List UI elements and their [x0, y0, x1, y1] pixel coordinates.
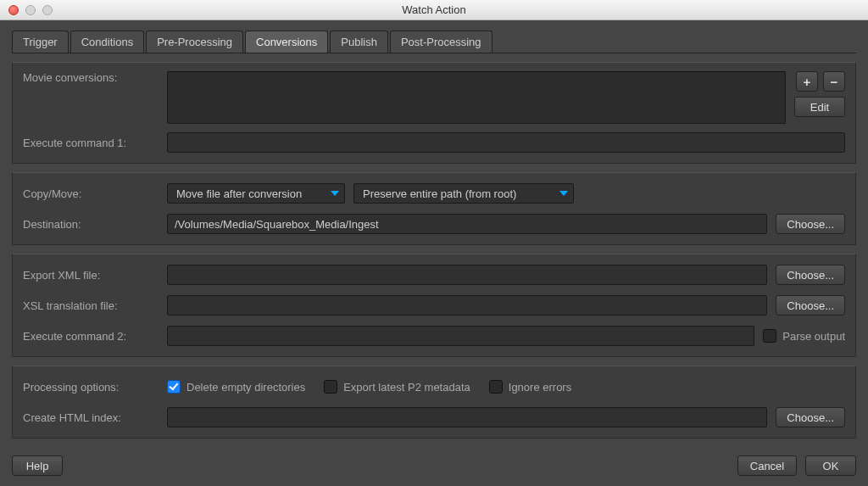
- movie-conversions-buttons: + − Edit: [794, 71, 845, 117]
- tab-publish[interactable]: Publish: [330, 31, 388, 53]
- delete-empty-dirs-checkbox[interactable]: Delete empty directories: [167, 380, 305, 394]
- path-mode-value: Preserve entire path (from root): [363, 187, 516, 200]
- export-p2-metadata-checkbox[interactable]: Export latest P2 metadata: [324, 380, 470, 394]
- export-xml-field[interactable]: [167, 265, 767, 285]
- destination-field[interactable]: /Volumes/Media/Squarebox_Media/Ingest: [167, 214, 767, 234]
- chevron-down-icon: [331, 191, 339, 196]
- content-area: Trigger Conditions Pre-Processing Conver…: [0, 20, 868, 445]
- export-p2-metadata-label: Export latest P2 metadata: [343, 381, 470, 394]
- execute-command-2-field[interactable]: [167, 326, 754, 346]
- group-conversions: Movie conversions: + − Edit Execute comm…: [12, 62, 856, 164]
- path-mode-dropdown[interactable]: Preserve entire path (from root): [353, 183, 574, 204]
- tab-post-processing[interactable]: Post-Processing: [390, 31, 492, 53]
- label-destination: Destination:: [23, 218, 159, 231]
- label-processing-options: Processing options:: [23, 381, 159, 394]
- remove-conversion-button[interactable]: −: [823, 71, 845, 92]
- choose-export-xml-button[interactable]: Choose...: [776, 265, 845, 285]
- edit-conversion-button[interactable]: Edit: [794, 97, 845, 117]
- ignore-errors-label: Ignore errors: [509, 381, 571, 394]
- ok-button[interactable]: OK: [805, 455, 856, 476]
- execute-command-1-field[interactable]: [167, 132, 845, 153]
- tab-conditions[interactable]: Conditions: [70, 31, 144, 53]
- checkbox-box: [324, 380, 337, 394]
- choose-xsl-button[interactable]: Choose...: [776, 295, 845, 316]
- checkbox-box: [167, 380, 181, 394]
- help-button[interactable]: Help: [12, 455, 63, 476]
- window-title: Watch Action: [0, 3, 868, 16]
- choose-html-index-button[interactable]: Choose...: [776, 407, 845, 427]
- label-xsl-translation: XSL translation file:: [23, 299, 159, 312]
- tab-conversions[interactable]: Conversions: [245, 31, 328, 53]
- parse-output-label: Parse output: [782, 330, 845, 343]
- label-export-xml: Export XML file:: [23, 269, 159, 282]
- copy-move-mode-value: Move file after conversion: [176, 187, 302, 200]
- parse-output-checkbox[interactable]: Parse output: [763, 329, 845, 343]
- cancel-button[interactable]: Cancel: [737, 455, 797, 476]
- group-copy-move: Copy/Move: Move file after conversion Pr…: [12, 172, 856, 245]
- label-movie-conversions: Movie conversions:: [23, 71, 159, 84]
- xsl-translation-field[interactable]: [167, 295, 767, 316]
- label-copy-move: Copy/Move:: [23, 187, 159, 200]
- add-conversion-button[interactable]: +: [796, 71, 818, 92]
- tab-bar: Trigger Conditions Pre-Processing Conver…: [12, 31, 856, 53]
- copy-move-mode-dropdown[interactable]: Move file after conversion: [167, 183, 345, 204]
- group-xml-export: Export XML file: Choose... XSL translati…: [12, 254, 856, 357]
- label-create-html-index: Create HTML index:: [23, 411, 159, 424]
- label-execute-command-1: Execute command 1:: [23, 137, 159, 149]
- label-execute-command-2: Execute command 2:: [23, 330, 159, 343]
- create-html-index-field[interactable]: [167, 407, 767, 427]
- ignore-errors-checkbox[interactable]: Ignore errors: [489, 380, 571, 394]
- checkbox-box: [763, 329, 776, 343]
- tab-trigger[interactable]: Trigger: [12, 31, 69, 53]
- dialog-footer: Help Cancel OK: [0, 445, 868, 486]
- choose-destination-button[interactable]: Choose...: [776, 214, 845, 234]
- titlebar: Watch Action: [0, 0, 868, 20]
- chevron-down-icon: [559, 191, 568, 196]
- checkbox-box: [489, 380, 503, 394]
- movie-conversions-listbox[interactable]: [167, 71, 786, 124]
- group-processing-options: Processing options: Delete empty directo…: [12, 366, 856, 439]
- tab-pre-processing[interactable]: Pre-Processing: [146, 31, 243, 53]
- delete-empty-dirs-label: Delete empty directories: [186, 381, 305, 394]
